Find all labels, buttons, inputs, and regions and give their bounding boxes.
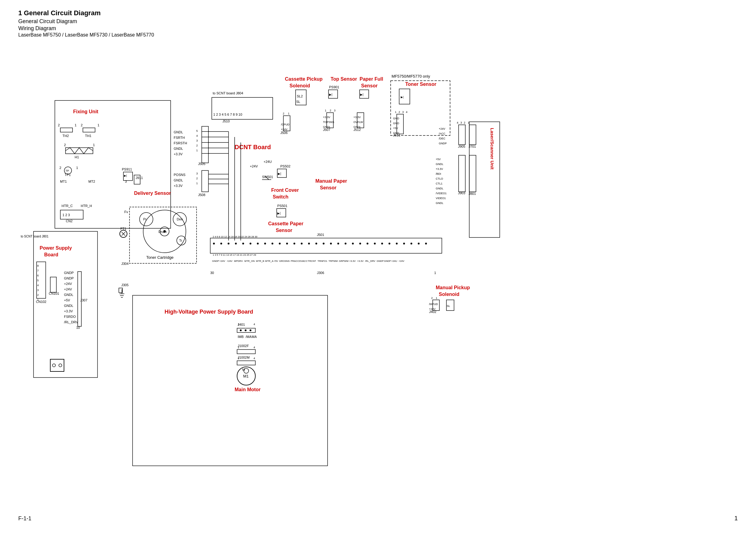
svg-text:J905: J905 (458, 145, 465, 148)
svg-text:6: 6 (37, 274, 39, 277)
svg-text:5: 5 (37, 279, 39, 282)
svg-text:+5V: +5V (436, 158, 441, 161)
svg-point-240 (293, 242, 295, 244)
svg-text:GNDP: GNDP (384, 260, 391, 263)
svg-text:J510: J510 (223, 119, 230, 123)
svg-text:OVFLW: OVFLW (354, 120, 363, 124)
svg-text:1: 1 (75, 123, 76, 127)
svg-point-256 (411, 242, 412, 244)
svg-text:Main Motor: Main Motor (235, 387, 260, 392)
svg-text:Delivery Sensor: Delivery Sensor (134, 191, 171, 196)
svg-point-233 (242, 242, 244, 244)
svg-text:+3.3V: +3.3V (323, 116, 330, 119)
svg-text:/MPUD: /MPUD (429, 303, 438, 306)
svg-text:Sensor: Sensor (320, 185, 337, 190)
svg-point-247 (345, 242, 346, 244)
svg-text:DCNT Board: DCNT Board (235, 144, 271, 150)
svg-point-238 (279, 242, 281, 244)
svg-text:GND: GND (393, 122, 399, 125)
svg-text:Switch: Switch (273, 194, 288, 199)
svg-text:+5V: +5V (393, 127, 398, 130)
header-section: 1 General Circuit Diagram General Circui… (18, 9, 154, 38)
svg-text:+24V: +24V (250, 165, 258, 168)
svg-text:5: 5 (196, 129, 198, 133)
svg-text:2: 2 (283, 112, 284, 115)
svg-rect-6 (83, 128, 95, 132)
svg-text:1: 1 (325, 109, 326, 112)
svg-text:MTR_A: MTR_A (265, 260, 274, 263)
svg-point-252 (381, 242, 383, 244)
svg-text:MTR_B: MTR_B (256, 260, 264, 263)
svg-text:+24V: +24V (398, 260, 405, 263)
svg-text:/DEC: /DEC (439, 137, 446, 140)
svg-text:Laser/Scanner Unit: Laser/Scanner Unit (490, 128, 495, 169)
svg-text:PS911: PS911 (122, 167, 132, 171)
svg-text:High-Voltage Power Supply Boar: High-Voltage Power Supply Board (165, 309, 253, 315)
svg-text:3: 3 (37, 289, 39, 292)
svg-text:2: 2 (464, 121, 465, 124)
svg-text:1: 1 (434, 271, 436, 275)
svg-point-258 (425, 242, 427, 244)
svg-text:1 2 3 4 5 6 7 8 9 10: 1 2 3 4 5 6 7 8 9 10 (213, 113, 242, 116)
svg-text:Cassette Paper: Cassette Paper (268, 221, 304, 226)
svg-text:4: 4 (196, 134, 198, 137)
svg-point-242 (308, 242, 310, 244)
svg-point-257 (418, 242, 419, 244)
svg-text:Toner Cartridge: Toner Cartridge (146, 255, 174, 260)
svg-text:Manual Pickup: Manual Pickup (436, 285, 470, 290)
svg-text:8: 8 (37, 264, 39, 267)
svg-text:CN2: CN2 (66, 219, 72, 223)
svg-text:Power Supply: Power Supply (40, 245, 72, 251)
svg-point-244 (323, 242, 325, 244)
svg-text:GNDL: GNDL (436, 187, 444, 190)
svg-text:2: 2 (196, 144, 198, 147)
svg-point-229 (213, 242, 215, 244)
svg-text:/RL_DRV: /RL_DRV (64, 320, 78, 324)
svg-text:▶|: ▶| (360, 93, 364, 96)
svg-text:+24V: +24V (219, 260, 226, 263)
svg-point-248 (352, 242, 354, 244)
svg-text:/VIDEO1: /VIDEO1 (436, 192, 447, 195)
svg-text:J1002M: J1002M (238, 356, 250, 359)
svg-text:GNDP: GNDP (64, 276, 74, 280)
svg-text:PS502: PS502 (280, 165, 290, 168)
svg-text:GNDL: GNDL (174, 178, 183, 182)
svg-text:POSNS: POSNS (174, 173, 186, 177)
svg-rect-96 (202, 170, 208, 192)
svg-text:GNDP: GNDP (377, 260, 384, 263)
svg-text:J305: J305 (121, 283, 129, 287)
svg-text:J903: J903 (458, 191, 465, 195)
svg-point-56 (59, 364, 62, 367)
svg-text:2: 2 (431, 296, 433, 300)
svg-point-251 (374, 242, 376, 244)
svg-text:CTL1: CTL1 (436, 182, 443, 185)
svg-rect-5 (60, 128, 72, 132)
svg-text:1: 1 (436, 296, 437, 300)
svg-point-237 (272, 242, 273, 244)
svg-rect-157 (459, 125, 465, 145)
svg-text:+3.3V: +3.3V (436, 167, 443, 170)
svg-text:+24V: +24V (64, 282, 72, 286)
svg-text:+5V: +5V (274, 260, 278, 263)
svg-text:/RL_DRV: /RL_DRV (365, 260, 375, 263)
svg-text:PS901: PS901 (329, 85, 339, 89)
svg-text:GNDL: GNDL (174, 147, 183, 150)
svg-text:Pr: Pr (143, 217, 147, 221)
svg-text:SL2: SL2 (297, 94, 303, 98)
svg-text:PRACC: PRACC (291, 260, 299, 263)
svg-point-269 (245, 329, 247, 331)
svg-text:1: 1 (97, 123, 99, 127)
svg-text:Sensor: Sensor (276, 228, 292, 233)
svg-text:MPDRV: MPDRV (234, 260, 243, 263)
svg-point-232 (235, 242, 237, 244)
svg-text:J505: J505 (198, 162, 205, 165)
svg-text:1: 1 (238, 323, 239, 326)
svg-text:+3.3V: +3.3V (354, 116, 361, 119)
svg-text:2: 2 (196, 177, 198, 180)
svg-text:Solenoid: Solenoid (289, 83, 310, 88)
svg-text:+3.3V: +3.3V (64, 309, 73, 313)
svg-text:2: 2 (330, 109, 331, 112)
svg-text:4: 4 (37, 284, 39, 287)
svg-text:4: 4 (406, 111, 407, 114)
svg-point-231 (228, 242, 230, 244)
